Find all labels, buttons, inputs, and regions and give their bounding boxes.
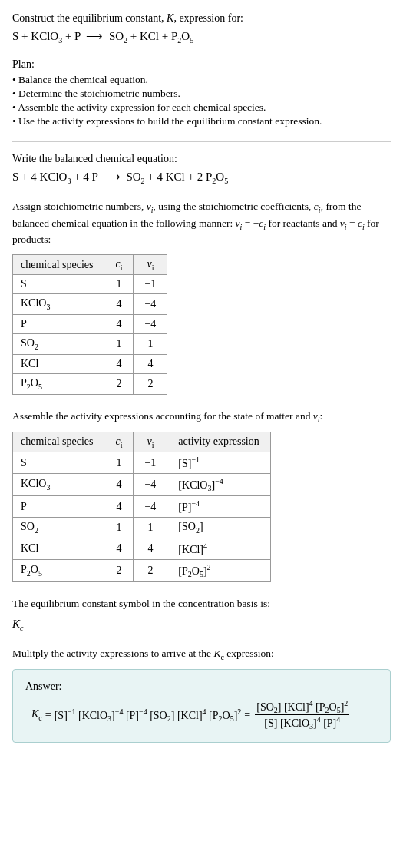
vi-SO2: 1 (134, 334, 167, 355)
species-KCl: KCl (13, 355, 104, 374)
vi-KCl: 4 (134, 355, 167, 374)
act-species-P: P (13, 496, 104, 518)
stoich-table: chemical species ci νi S 1 −1 KClO3 4 −4… (12, 254, 167, 395)
act-col-ci: ci (104, 432, 134, 452)
kc-numerator: [SO2] [KCl]4 [P2O5]2 (255, 699, 349, 715)
act-species-S: S (13, 452, 104, 474)
act-ci-S: 1 (104, 452, 134, 474)
table-row: P2O5 2 2 [P2O5]2 (13, 559, 271, 581)
act-expr-KCl: [KCl]4 (167, 538, 270, 559)
plan-item-3: • Assemble the activity expression for e… (12, 101, 391, 114)
act-ci-KClO3: 4 (104, 473, 134, 495)
balanced-equation: S + 4 KClO3 + 4 P ⟶ SO2 + 4 KCl + 2 P2O5 (12, 170, 391, 185)
table-row: P2O5 2 2 (13, 374, 167, 395)
kc-expanded: [S]−1 [KClO3]−4 [P]−4 [SO2] [KCl]4 [P2O5… (55, 707, 242, 723)
stoich-col-species: chemical species (13, 254, 104, 275)
vi-S: −1 (134, 275, 167, 294)
table-row: KClO3 4 −4 [KClO3]−4 (13, 473, 271, 495)
stoich-col-ci: ci (104, 254, 134, 275)
act-col-species: chemical species (13, 432, 104, 452)
table-row: KCl 4 4 [KCl]4 (13, 538, 271, 559)
act-expr-P2O5: [P2O5]2 (167, 559, 270, 581)
answer-label: Answer: (25, 681, 378, 693)
act-vi-KCl: 4 (134, 538, 167, 559)
equilibrium-symbol-text: The equilibrium constant symbol in the c… (12, 596, 391, 611)
kc-denominator: [S] [KClO3]4 [P]4 (263, 715, 342, 731)
activity-table: chemical species ci νi activity expressi… (12, 432, 271, 582)
vi-P: −4 (134, 315, 167, 334)
multiply-text: Mulitply the activity expressions to arr… (12, 646, 391, 663)
act-col-vi: νi (134, 432, 167, 452)
species-S: S (13, 275, 104, 294)
act-species-KClO3: KClO3 (13, 473, 104, 495)
act-col-expr: activity expression (167, 432, 270, 452)
act-species-KCl: KCl (13, 538, 104, 559)
plan-item-1: • Balance the chemical equation. (12, 74, 391, 86)
plan-item-4: • Use the activity expressions to build … (12, 115, 391, 128)
stoich-section: Assign stoichiometric numbers, νi, using… (12, 199, 391, 395)
original-reaction: S + KClO3 + P ⟶ SO2 + KCl + P2O5 (12, 29, 391, 45)
act-expr-SO2: [SO2] (167, 518, 270, 538)
page-title: Construct the equilibrium constant, K, e… (12, 12, 391, 25)
table-row: SO2 1 1 [SO2] (13, 518, 271, 538)
table-row: P 4 −4 (13, 315, 167, 334)
act-vi-KClO3: −4 (134, 473, 167, 495)
act-ci-P2O5: 2 (104, 559, 134, 581)
kc-fraction: [SO2] [KCl]4 [P2O5]2 [S] [KClO3]4 [P]4 (255, 699, 349, 731)
table-row: S 1 −1 (13, 275, 167, 294)
stoich-col-vi: νi (134, 254, 167, 275)
plan-label: Plan: (12, 58, 391, 71)
species-KClO3: KClO3 (13, 294, 104, 315)
plan-section: Plan: • Balance the chemical equation. •… (12, 58, 391, 128)
act-vi-S: −1 (134, 452, 167, 474)
kc-symbol-lhs: Kc (31, 708, 42, 722)
kc-equals-1: = (45, 709, 51, 721)
species-SO2: SO2 (13, 334, 104, 355)
act-ci-KCl: 4 (104, 538, 134, 559)
act-vi-P: −4 (134, 496, 167, 518)
balanced-section: Write the balanced chemical equation: S … (12, 153, 391, 185)
kc-expression-section: Mulitply the activity expressions to arr… (12, 646, 391, 743)
header-section: Construct the equilibrium constant, K, e… (12, 12, 391, 45)
balanced-label: Write the balanced chemical equation: (12, 153, 391, 165)
species-P: P (13, 315, 104, 334)
table-row: P 4 −4 [P]−4 (13, 496, 271, 518)
table-row: KCl 4 4 (13, 355, 167, 374)
act-species-SO2: SO2 (13, 518, 104, 538)
table-row: SO2 1 1 (13, 334, 167, 355)
ci-KClO3: 4 (104, 294, 134, 315)
ci-SO2: 1 (104, 334, 134, 355)
act-expr-P: [P]−4 (167, 496, 270, 518)
act-expr-KClO3: [KClO3]−4 (167, 473, 270, 495)
kc-equals-2: = (244, 709, 250, 721)
act-species-P2O5: P2O5 (13, 559, 104, 581)
ci-S: 1 (104, 275, 134, 294)
kc-symbol: Kc (12, 618, 391, 632)
ci-P2O5: 2 (104, 374, 134, 395)
activity-section: Assemble the activity expressions accoun… (12, 409, 391, 582)
act-vi-SO2: 1 (134, 518, 167, 538)
act-expr-S: [S]−1 (167, 452, 270, 474)
equilibrium-symbol-section: The equilibrium constant symbol in the c… (12, 596, 391, 632)
ci-KCl: 4 (104, 355, 134, 374)
activity-description: Assemble the activity expressions accoun… (12, 409, 391, 426)
act-ci-P: 4 (104, 496, 134, 518)
divider-1 (12, 141, 391, 142)
stoich-description: Assign stoichiometric numbers, νi, using… (12, 199, 391, 248)
act-vi-P2O5: 2 (134, 559, 167, 581)
vi-P2O5: 2 (134, 374, 167, 395)
table-row: S 1 −1 [S]−1 (13, 452, 271, 474)
table-row: KClO3 4 −4 (13, 294, 167, 315)
kc-full-expression: Kc = [S]−1 [KClO3]−4 [P]−4 [SO2] [KCl]4 … (25, 699, 378, 731)
act-ci-SO2: 1 (104, 518, 134, 538)
answer-box: Answer: Kc = [S]−1 [KClO3]−4 [P]−4 [SO2]… (12, 669, 391, 743)
ci-P: 4 (104, 315, 134, 334)
species-P2O5: P2O5 (13, 374, 104, 395)
plan-item-2: • Determine the stoichiometric numbers. (12, 88, 391, 100)
vi-KClO3: −4 (134, 294, 167, 315)
